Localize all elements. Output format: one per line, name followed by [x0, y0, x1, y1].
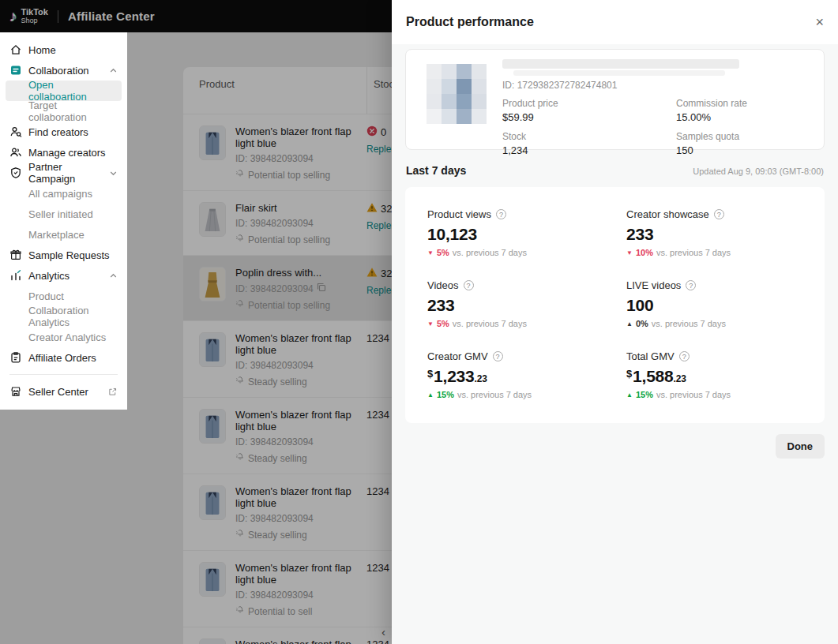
delta-suffix: vs. previous 7 days — [652, 319, 726, 328]
field-product-price: Product price $59.99 — [502, 99, 676, 123]
chevron-down-icon[interactable] — [109, 169, 118, 178]
background-page: ♪ TikTok Shop Affiliate Center Product S… — [0, 0, 392, 644]
metric-creator-gmv: Creator GMV?$1,233.23▲15%vs. previous 7 … — [427, 350, 626, 399]
help-icon[interactable]: ? — [496, 209, 506, 219]
sidebar-item-label: All campaigns — [28, 188, 92, 200]
sidebar-item-collaboration[interactable]: Collaboration — [0, 60, 127, 80]
metric-label: Total GMV — [626, 350, 675, 362]
product-image-blurred — [427, 64, 487, 124]
modal-title: Product performance — [406, 15, 534, 29]
chevron-up-icon[interactable] — [109, 66, 118, 75]
help-icon[interactable]: ? — [714, 209, 724, 219]
metric-label: Creator GMV — [427, 350, 488, 362]
sidebar-item-product[interactable]: Product — [0, 286, 127, 306]
shield-icon — [9, 167, 22, 179]
delta-suffix: vs. previous 7 days — [453, 319, 527, 328]
sidebar-item-label: Product — [28, 290, 64, 302]
sidebar-item-label: Collaboration — [28, 65, 89, 77]
sidebar-item-target-collaboration[interactable]: Target collaboration — [0, 101, 127, 122]
trend-down-icon: ▼ — [427, 320, 434, 328]
currency-symbol: $ — [626, 368, 632, 380]
trend-up-icon: ▲ — [427, 391, 434, 399]
sidebar-item-marketplace[interactable]: Marketplace — [0, 224, 127, 245]
sidebar-item-collaboration-analytics[interactable]: Collaboration Analytics — [0, 306, 127, 327]
delta-value: 15% — [437, 390, 454, 399]
metric-label-row: LIVE videos? — [626, 279, 825, 291]
delta-suffix: vs. previous 7 days — [656, 390, 731, 399]
pixelated-product-image — [427, 64, 487, 124]
sidebar-item-label: Creator Analytics — [28, 331, 106, 343]
metric-delta: ▲15%vs. previous 7 days — [626, 390, 825, 399]
sidebar-item-open-collaboartion[interactable]: Open collaboartion — [6, 80, 122, 101]
metrics-card: Product views?10,123▼5%vs. previous 7 da… — [405, 187, 825, 423]
help-icon[interactable]: ? — [464, 280, 474, 290]
metric-delta: ▲0%vs. previous 7 days — [626, 319, 825, 328]
metric-label: Videos — [427, 279, 459, 291]
updated-timestamp: Updated Aug 9, 09:03 (GMT-8:00) — [693, 167, 824, 176]
close-icon[interactable]: × — [815, 15, 824, 29]
delta-value: 10% — [636, 248, 653, 257]
done-button[interactable]: Done — [776, 434, 825, 459]
manage-icon — [9, 146, 22, 159]
metric-total-gmv: Total GMV?$1,588.23▲15%vs. previous 7 da… — [626, 350, 825, 399]
product-title-skeleton — [502, 59, 739, 69]
gift-icon — [9, 249, 22, 261]
metric-value: 10,123 — [427, 225, 626, 244]
sidebar-item-label: Find creators — [28, 126, 88, 138]
sidebar-item-home[interactable]: Home — [0, 39, 127, 60]
trend-down-icon: ▼ — [626, 249, 633, 256]
metric-label-row: Creator GMV? — [427, 350, 626, 362]
product-title-skeleton-2 — [513, 70, 725, 76]
sidebar-item-all-campaigns[interactable]: All campaigns — [0, 183, 127, 204]
help-icon[interactable]: ? — [493, 351, 503, 361]
app-root: ♪ TikTok Shop Affiliate Center Product S… — [0, 0, 838, 644]
analytics-icon — [9, 269, 22, 282]
find-icon — [9, 125, 22, 138]
metric-product-views: Product views?10,123▼5%vs. previous 7 da… — [427, 208, 626, 257]
sidebar-item-label: Analytics — [28, 270, 70, 282]
cents: .23 — [475, 373, 487, 384]
field-stock: Stock 1,234 — [502, 132, 676, 156]
metric-value: 100 — [626, 296, 825, 315]
sidebar-item-find-creators[interactable]: Find creators — [0, 122, 127, 142]
sidebar-item-sample-requests[interactable]: Sample Requests — [0, 245, 127, 265]
delta-suffix: vs. previous 7 days — [457, 390, 532, 399]
sidebar-item-label: Seller Center — [28, 386, 88, 398]
sidebar-item-affiliate-orders[interactable]: Affiliate Orders — [0, 347, 127, 368]
sidebar-item-label: Home — [28, 44, 56, 56]
delta-suffix: vs. previous 7 days — [656, 248, 731, 257]
sidebar-item-partner-campaign[interactable]: Partner Campaign — [0, 163, 127, 183]
sidebar-item-label: Collaboration Analytics — [28, 305, 118, 328]
help-icon[interactable]: ? — [686, 280, 696, 290]
product-info-card: ID: 1729382372782474801 Product price $5… — [405, 49, 825, 150]
sidebar-item-label: Marketplace — [28, 229, 85, 241]
cents: .23 — [674, 373, 686, 384]
period-label: Last 7 days — [406, 164, 466, 177]
currency-symbol: $ — [427, 368, 433, 380]
sidebar-item-label: Affiliate Orders — [28, 352, 96, 364]
metric-delta: ▼10%vs. previous 7 days — [626, 248, 825, 257]
sidebar-item-seller-initiated[interactable]: Seller initiated — [0, 204, 127, 224]
orders-icon — [9, 351, 22, 364]
metric-value: 233 — [626, 225, 825, 244]
sidebar-item-analytics[interactable]: Analytics — [0, 265, 127, 286]
metric-value: 233 — [427, 296, 626, 315]
delta-suffix: vs. previous 7 days — [453, 248, 527, 257]
product-id: ID: 1729382372782474801 — [502, 80, 813, 91]
metric-value: $1,233.23 — [427, 367, 626, 386]
delta-value: 15% — [636, 390, 653, 399]
sidebar-item-creator-analytics[interactable]: Creator Analytics — [0, 327, 127, 347]
home-icon — [9, 43, 22, 56]
external-link-icon[interactable] — [107, 387, 118, 397]
product-performance-modal: Product performance × ID: 17293823727824… — [392, 0, 838, 644]
sidebar-item-manage-creators[interactable]: Manage creators — [0, 142, 127, 163]
metric-label: Product views — [427, 208, 491, 220]
metric-delta: ▲15%vs. previous 7 days — [427, 390, 626, 399]
sidebar-item-seller-center[interactable]: Seller Center — [0, 381, 127, 402]
trend-up-icon: ▲ — [626, 391, 633, 399]
metric-delta: ▼5%vs. previous 7 days — [427, 319, 626, 328]
help-icon[interactable]: ? — [679, 351, 690, 361]
chevron-up-icon[interactable] — [109, 271, 118, 280]
delta-value: 0% — [636, 319, 648, 328]
sidebar-item-label: Seller initiated — [28, 208, 93, 220]
